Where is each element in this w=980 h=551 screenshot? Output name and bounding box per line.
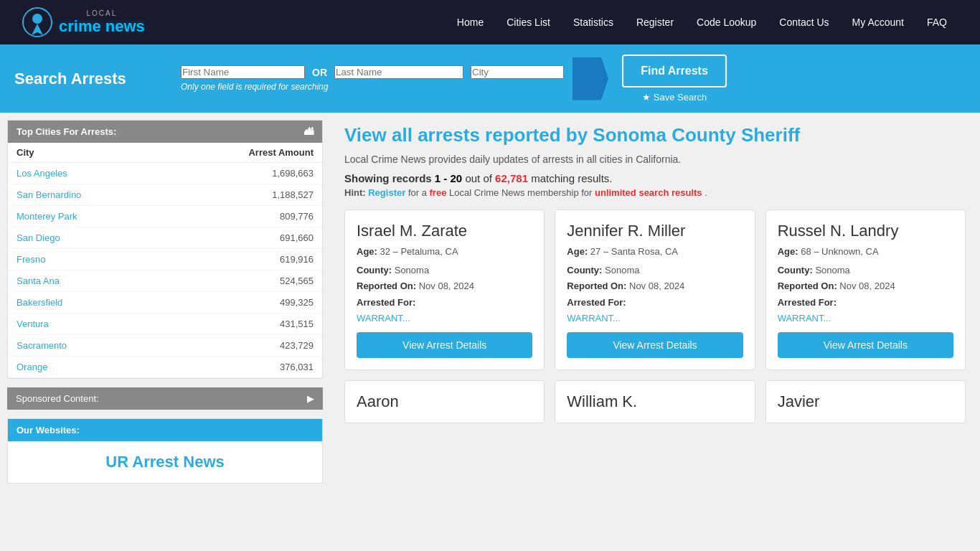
nav-my-account[interactable]: My Account	[841, 0, 915, 44]
hint-register-link[interactable]: Register	[368, 187, 405, 198]
search-or-label: OR	[312, 67, 327, 78]
ur-arrest-news-label[interactable]: UR Arrest News	[19, 453, 311, 471]
showing-label: Showing records	[344, 172, 432, 184]
table-row: Monterey Park809,776	[8, 206, 322, 227]
top-cities-table: City Arrest Amount Los Angeles1,698,663S…	[8, 143, 322, 378]
last-name-input[interactable]	[334, 65, 463, 79]
table-row: Santa Ana524,565	[8, 270, 322, 292]
city-col-header: City	[8, 143, 165, 163]
hint-end-text: .	[705, 187, 707, 198]
arrest-amount: 619,916	[165, 249, 322, 270]
nav-register[interactable]: Register	[625, 0, 685, 44]
arrest-age: Age: 27 – Santa Rosa, CA	[567, 246, 743, 257]
city-name[interactable]: Ventura	[8, 314, 165, 335]
our-websites-header: Our Websites:	[8, 419, 322, 441]
city-name[interactable]: San Bernardino	[8, 184, 165, 206]
city-input[interactable]	[471, 65, 564, 79]
city-name[interactable]: Bakersfield	[8, 292, 165, 314]
arrest-amount: 431,515	[165, 314, 322, 335]
nav-faq[interactable]: FAQ	[915, 0, 958, 44]
page-title: View all arrests reported by Sonoma Coun…	[344, 124, 966, 146]
city-name[interactable]: San Diego	[8, 227, 165, 249]
search-hint: Only one field is required for searching	[181, 82, 564, 92]
arrest-amount: 499,325	[165, 292, 322, 314]
results-info: Showing records 1 - 20 out of 62,781 mat…	[344, 172, 966, 184]
arrest-age: Age: 32 – Petaluma, CA	[357, 246, 532, 257]
arrest-card: Aaron	[344, 380, 545, 423]
matching-label: matching results.	[531, 172, 612, 184]
city-name[interactable]: Orange	[8, 357, 165, 378]
city-name[interactable]: Monterey Park	[8, 206, 165, 227]
main-layout: Top Cities For Arrests: 🏙 City Arrest Am…	[0, 113, 980, 543]
arrest-details: County: Sonoma Reported On: Nov 08, 2024…	[778, 263, 953, 326]
arrest-name: Israel M. Zarate	[357, 222, 532, 240]
logo-name-text: crime news	[59, 17, 145, 35]
nav-cities-list[interactable]: Cities List	[495, 0, 562, 44]
arrest-warrant[interactable]: WARRANT...	[567, 313, 621, 324]
arrest-name: Javier	[778, 392, 953, 411]
star-icon: ★	[642, 92, 651, 103]
sidebar: Top Cities For Arrests: 🏙 City Arrest Am…	[0, 113, 330, 543]
top-cities-section: Top Cities For Arrests: 🏙 City Arrest Am…	[7, 120, 323, 379]
our-websites-content: UR Arrest News	[8, 441, 322, 483]
arrest-name: Aaron	[357, 392, 532, 411]
table-row: Los Angeles1,698,663	[8, 163, 322, 184]
arrest-amount: 691,660	[165, 227, 322, 249]
arrest-amount: 524,565	[165, 270, 322, 292]
arrest-card: William K.	[555, 380, 755, 423]
hint-free-text: free	[430, 187, 447, 198]
navbar: LOCAL crime news Home Cities List Statis…	[0, 0, 980, 44]
save-search-label: Save Search	[654, 92, 707, 103]
svg-point-1	[32, 14, 42, 24]
logo[interactable]: LOCAL crime news	[22, 6, 145, 38]
arrest-name: Jennifer R. Miller	[567, 222, 743, 240]
main-content: View all arrests reported by Sonoma Coun…	[330, 113, 980, 543]
logo-local-text: LOCAL	[59, 9, 145, 17]
arrest-details: County: Sonoma Reported On: Nov 08, 2024…	[567, 263, 743, 326]
find-arrests-button[interactable]: Find Arrests	[622, 55, 727, 88]
sponsored-play-icon[interactable]: ▶	[307, 393, 314, 404]
search-title: Search Arrests	[14, 70, 172, 88]
search-bar: Search Arrests OR Only one field is requ…	[0, 44, 980, 113]
city-name[interactable]: Los Angeles	[8, 163, 165, 184]
table-row: Bakersfield499,325	[8, 292, 322, 314]
view-arrest-details-button[interactable]: View Arrest Details	[567, 332, 743, 358]
arrest-amount: 423,729	[165, 335, 322, 357]
arrest-card: Russel N. Landry Age: 68 – Unknown, CA C…	[765, 209, 966, 370]
arrest-card: Israel M. Zarate Age: 32 – Petaluma, CA …	[344, 209, 545, 370]
cards-row-2: Aaron William K. Javier	[344, 380, 966, 423]
arrest-warrant[interactable]: WARRANT...	[778, 313, 831, 324]
arrest-name: William K.	[567, 392, 743, 411]
arrest-warrant[interactable]: WARRANT...	[357, 313, 410, 324]
city-name[interactable]: Fresno	[8, 249, 165, 270]
city-icon: 🏙	[304, 126, 314, 137]
results-count: 62,781	[495, 172, 528, 184]
table-row: San Diego691,660	[8, 227, 322, 249]
table-row: Sacramento423,729	[8, 335, 322, 357]
top-cities-header: Top Cities For Arrests: 🏙	[8, 121, 322, 143]
arrest-amount: 1,188,527	[165, 184, 322, 206]
top-cities-header-label: Top Cities For Arrests:	[17, 126, 116, 137]
sponsored-label: Sponsored Content:	[16, 393, 99, 404]
nav-statistics[interactable]: Statistics	[562, 0, 625, 44]
table-row: Ventura431,515	[8, 314, 322, 335]
find-save-col: Find Arrests ★ Save Search	[617, 55, 732, 103]
city-name[interactable]: Santa Ana	[8, 270, 165, 292]
nav-contact-us[interactable]: Contact Us	[768, 0, 840, 44]
logo-icon	[22, 6, 53, 38]
arrest-details: County: Sonoma Reported On: Nov 08, 2024…	[357, 263, 532, 326]
search-fields-wrap: OR Only one field is required for search…	[181, 65, 564, 92]
table-row: San Bernardino1,188,527	[8, 184, 322, 206]
save-search-button[interactable]: ★ Save Search	[642, 92, 707, 103]
nav-code-lookup[interactable]: Code Lookup	[685, 0, 768, 44]
arrest-age: Age: 68 – Unknown, CA	[778, 246, 953, 257]
cards-row-1: Israel M. Zarate Age: 32 – Petaluma, CA …	[344, 209, 966, 370]
arrests-col-header: Arrest Amount	[165, 143, 322, 163]
sponsored-content: Sponsored Content: ▶	[7, 387, 323, 410]
view-arrest-details-button[interactable]: View Arrest Details	[778, 332, 953, 358]
view-arrest-details-button[interactable]: View Arrest Details	[357, 332, 532, 358]
city-name[interactable]: Sacramento	[8, 335, 165, 357]
nav-home[interactable]: Home	[446, 0, 495, 44]
hint-middle-text: Local Crime News membership for	[449, 187, 595, 198]
first-name-input[interactable]	[181, 65, 305, 79]
